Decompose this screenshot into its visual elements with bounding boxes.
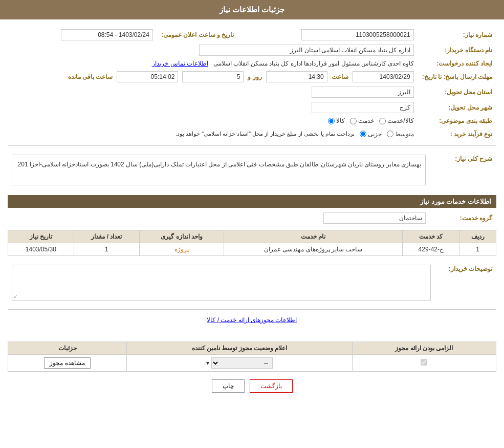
noe-farayand-note: پرداخت تمام یا بخشی از مبلغ خریدار از مح… <box>176 129 355 139</box>
dropdown-icon: ▾ <box>206 359 209 367</box>
description-content: بهسازی معابر روستای ناریان شهرستان طالقا… <box>8 150 430 190</box>
noe-farayand-label: نوع فرآیند خرید : <box>418 126 496 141</box>
namDastgah-label: نام دستگاه خریدار: <box>418 42 496 58</box>
shomareNiaz-input: 1103005258000021 <box>301 29 414 40</box>
mohlat-value: 1403/02/29 ساعت 14:30 روز و 5 05:14:02 <box>8 69 418 84</box>
ijadKonande-label: ایجاد کننده درخواست: <box>418 58 496 69</box>
perm-header-row: الزامی بودن ارائه مجوز اعلام وضعیت مجوز … <box>8 342 496 355</box>
ijadKonande-value: کاوه احدی کارشناس مسئول امور قراردادها ا… <box>8 58 418 69</box>
roz-label: روز و <box>248 73 261 80</box>
tabaghe-radios: کالا/خدمت خدمت کالا <box>8 115 418 126</box>
row-shahr: شهر محل تحویل: کرج <box>8 100 496 115</box>
page-wrapper: جزئیات اطلاعات نیاز شماره نیاز: 11030052… <box>0 0 504 448</box>
perm-table-head: الزامی بودن ارائه مجوز اعلام وضعیت مجوز … <box>8 342 496 355</box>
comment-label: توضیحات خریدار: <box>435 260 496 305</box>
saat-label: ساعت <box>332 73 348 80</box>
perm-elam-cell: -- ▾ <box>127 355 353 372</box>
th-radif: ردیف <box>459 230 496 243</box>
mohlat-row: 1403/02/29 ساعت 14:30 روز و 5 05:14:02 <box>12 71 414 82</box>
th-tedadMeqdar: تعداد / مقدار <box>74 230 140 243</box>
shomareNiaz-value: 1103005258000021 <box>238 27 418 42</box>
grohe-label: گروه خدمت: <box>430 210 496 226</box>
radio-kala-item: کالا <box>328 117 345 124</box>
mohlat-date-input: 1403/02/29 <box>353 71 414 82</box>
divider-1 <box>8 145 496 146</box>
ostan-value: البرز <box>8 84 418 100</box>
description-box: بهسازی معابر روستای ناریان شهرستان طالقا… <box>12 155 426 185</box>
services-section-title: اطلاعات خدمات مورد نیاز <box>8 195 496 208</box>
radio-motevaset-item: متوسط <box>387 131 414 138</box>
radio-jozii-label: جزیی <box>368 131 382 138</box>
perm-elam-select[interactable]: -- <box>211 357 273 369</box>
comment-table: توضیحات خریدار: ↙ <box>8 260 496 305</box>
perm-th-joziyat: جزئیات <box>8 342 127 355</box>
row-mohlat: مهلت ارسال پاسخ: تا تاریخ: 1403/02/29 سا… <box>8 69 496 84</box>
grohe-table: گروه خدمت: ساختمان <box>8 210 496 226</box>
row-noe-farayand: نوع فرآیند خرید : متوسط جزیی <box>8 126 496 141</box>
perm-elzam-cell <box>352 355 496 372</box>
perm-table-body: -- ▾ مشاهده مجوز <box>8 355 496 372</box>
permissions-link[interactable]: اطلاعات مجوزهای ارائه خدمت / کالا <box>207 316 297 324</box>
noe-farayand-row: متوسط جزیی پرداخت تمام یا بخشی از مبلغ خ… <box>12 129 414 139</box>
radio-motevaset[interactable] <box>387 131 393 137</box>
services-table-head: ردیف کد خدمت نام خدمت واحد اندازه گیری ت… <box>8 230 496 243</box>
ostan-input: البرز <box>312 87 414 98</box>
row-ijadKonande: ایجاد کننده درخواست: کاوه احدی کارشناس م… <box>8 58 496 69</box>
namDastgah-value: اداره کل بنیاد مسکن انقلاب اسلامی استان … <box>8 42 418 58</box>
row-tabaghe: طبقه بندی موضوعی: کالا/خدمت خدمت کالا <box>8 115 496 126</box>
th-kodKhadamat: کد خدمت <box>403 230 459 243</box>
perm-elam-container: -- ▾ <box>131 357 348 369</box>
row-grohe: گروه خدمت: ساختمان <box>8 210 496 226</box>
contact-link[interactable]: اطلاعات تماس خریدار <box>152 60 208 67</box>
radio-khadamat[interactable] <box>350 118 357 124</box>
grohe-input: ساختمان <box>323 212 426 224</box>
page-header: جزئیات اطلاعات نیاز <box>0 0 504 19</box>
view-perm-button[interactable]: مشاهده مجوز <box>44 357 90 369</box>
tarikh-label: تاریخ و ساعت اعلان عمومی: <box>157 27 238 42</box>
divider-2 <box>8 309 496 310</box>
radio-kala-khadamat-item: کالا/خدمت <box>379 117 413 124</box>
print-button[interactable]: چاپ <box>212 379 245 393</box>
perm-row: -- ▾ مشاهده مجوز <box>8 355 496 372</box>
back-button[interactable]: بازگشت <box>250 379 293 393</box>
comment-box: ↙ <box>12 265 431 301</box>
perm-joziyat-cell: مشاهده مجوز <box>8 355 127 372</box>
resize-handle: ↙ <box>13 293 17 299</box>
baqi-label: ساعت باقی مانده <box>68 73 113 80</box>
footer-buttons: بازگشت چاپ <box>8 379 496 393</box>
radio-kala[interactable] <box>328 118 335 124</box>
radio-kala-label: کالا <box>336 117 345 124</box>
row-description: شرح کلی نیاز: بهسازی معابر روستای ناریان… <box>8 150 496 190</box>
table-row: 1ج-42-429ساخت سایر پروژه‌های مهندسی عمرا… <box>8 243 496 256</box>
perm-th-elam: اعلام وضعیت مجوز توسط نامین کننده <box>127 342 353 355</box>
mohlat-baqi-input: 05:14:02 <box>117 71 178 82</box>
radio-khadamat-item: خدمت <box>350 117 374 124</box>
row-namDastgah: نام دستگاه خریدار: اداره کل بنیاد مسکن ا… <box>8 42 496 58</box>
th-namKhadamat: نام خدمت <box>224 230 402 243</box>
mohlat-saat-input: 14:30 <box>266 71 327 82</box>
services-table-body: 1ج-42-429ساخت سایر پروژه‌های مهندسی عمرا… <box>8 243 496 256</box>
services-data-table: ردیف کد خدمت نام خدمت واحد اندازه گیری ت… <box>8 230 496 256</box>
th-vahedAndaze: واحد اندازه گیری <box>140 230 224 243</box>
description-table: شرح کلی نیاز: بهسازی معابر روستای ناریان… <box>8 150 496 190</box>
radio-kala-khadamat[interactable] <box>379 118 386 124</box>
grohe-value: ساختمان <box>8 210 430 226</box>
main-content: شماره نیاز: 1103005258000021 تاریخ و ساع… <box>0 25 504 403</box>
th-tarikhNiaz: تاریخ نیاز <box>8 230 74 243</box>
comment-content: ↙ <box>8 260 435 305</box>
spacer <box>8 326 496 342</box>
radio-jozii[interactable] <box>360 131 366 137</box>
shahr-value: کرج <box>8 100 418 115</box>
row-ostan: استان محل تحویل: البرز <box>8 84 496 100</box>
mohlat-label: مهلت ارسال پاسخ: تا تاریخ: <box>418 69 496 84</box>
page-title: جزئیات اطلاعات نیاز <box>220 5 284 14</box>
permissions-section-header: اطلاعات مجوزهای ارائه خدمت / کالا <box>8 314 496 326</box>
radio-khadamat-label: خدمت <box>358 117 374 124</box>
noe-radio-group: متوسط جزیی <box>360 131 414 138</box>
tarikh-input: 1403/02/24 - 08:54 <box>61 29 153 40</box>
shomareNiaz-label: شماره نیاز: <box>418 27 496 42</box>
shahr-input: کرج <box>312 102 414 113</box>
perm-th-elzam: الزامی بودن ارائه مجوز <box>352 342 496 355</box>
ostan-label: استان محل تحویل: <box>418 84 496 100</box>
info-table: شماره نیاز: 1103005258000021 تاریخ و ساع… <box>8 27 496 141</box>
